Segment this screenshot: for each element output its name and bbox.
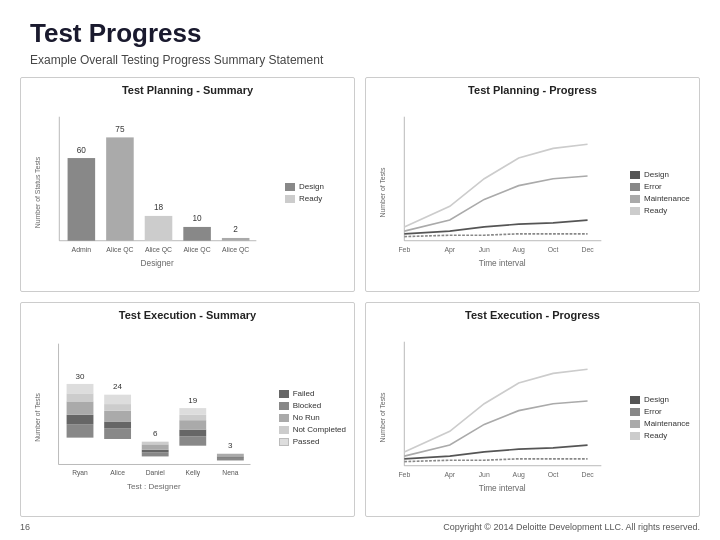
svg-text:Time interval: Time interval: [479, 259, 526, 268]
svg-rect-55: [179, 415, 206, 420]
legend-color-box: [630, 408, 640, 416]
legend-label: Ready: [644, 206, 667, 215]
legend-color-box: [279, 414, 289, 422]
svg-rect-47: [142, 450, 169, 453]
legend-item: Design: [630, 170, 691, 179]
svg-text:Daniel: Daniel: [146, 469, 166, 476]
svg-rect-46: [142, 452, 169, 456]
svg-rect-32: [67, 424, 94, 437]
chart-legend-top-left: Design Ready: [281, 100, 346, 285]
svg-rect-52: [179, 436, 206, 445]
legend-item: Design: [285, 182, 346, 191]
svg-rect-56: [179, 408, 206, 415]
legend-label: Maintenance: [644, 419, 690, 428]
svg-rect-43: [104, 395, 131, 404]
chart-legend-bottom-left: Failed Blocked No Run Not Completed Pass…: [275, 325, 346, 510]
line-chart-area-top-right: Number of Tests Feb Apr Jun: [374, 100, 622, 285]
legend-label: Not Completed: [293, 425, 346, 434]
charts-grid: Test Planning - Summary Number of Status…: [0, 77, 720, 527]
svg-text:Admin: Admin: [72, 246, 92, 253]
legend-item: Error: [630, 182, 691, 191]
svg-text:Oct: Oct: [548, 246, 559, 253]
legend-item: Ready: [285, 194, 346, 203]
chart-test-execution-summary: Test Execution - Summary Number of Tests…: [20, 302, 355, 517]
legend-color-box: [630, 171, 640, 179]
svg-text:Number of Status Tests: Number of Status Tests: [34, 156, 41, 228]
legend-color-box: [279, 402, 289, 410]
svg-rect-61: [217, 454, 244, 457]
bar-chart-area-bottom-left: Number of Tests 30 Ryan: [29, 325, 271, 510]
chart-test-planning-progress: Test Planning - Progress Number of Tests: [365, 77, 700, 292]
legend-label: Failed: [293, 389, 315, 398]
chart-legend-bottom-right: Design Error Maintenance Ready: [626, 325, 691, 510]
footer-copyright: Copyright © 2014 Deloitte Development LL…: [443, 522, 700, 532]
legend-item: Maintenance: [630, 194, 691, 203]
legend-label: Error: [644, 182, 662, 191]
svg-rect-60: [217, 456, 244, 457]
legend-label: Ready: [644, 431, 667, 440]
legend-label: Maintenance: [644, 194, 690, 203]
svg-rect-3: [68, 158, 96, 241]
footer-page-number: 16: [20, 522, 30, 532]
svg-text:10: 10: [192, 214, 202, 223]
svg-text:Ryan: Ryan: [72, 469, 88, 477]
page-subtitle: Example Overall Testing Progress Summary…: [0, 53, 720, 77]
legend-item: No Run: [279, 413, 346, 422]
chart-title-bottom-right: Test Execution - Progress: [374, 309, 691, 321]
legend-item: Design: [630, 395, 691, 404]
legend-label: Design: [299, 182, 324, 191]
svg-text:Apr: Apr: [444, 246, 455, 254]
svg-text:2: 2: [233, 225, 238, 234]
svg-text:Aug: Aug: [513, 471, 525, 479]
chart-body-bottom-right: Number of Tests Feb Apr Jun Aug: [374, 325, 691, 510]
legend-label: Design: [644, 170, 669, 179]
svg-rect-34: [67, 401, 94, 414]
svg-text:Number of Tests: Number of Tests: [34, 393, 41, 442]
page-footer: 16 Copyright © 2014 Deloitte Development…: [0, 522, 720, 532]
chart-test-execution-progress: Test Execution - Progress Number of Test…: [365, 302, 700, 517]
svg-text:Dec: Dec: [581, 471, 594, 478]
legend-label: Passed: [293, 437, 320, 446]
svg-text:60: 60: [77, 146, 87, 155]
svg-text:Apr: Apr: [444, 471, 455, 479]
legend-label: Design: [644, 395, 669, 404]
svg-rect-59: [217, 458, 244, 461]
legend-color-box: [279, 438, 289, 446]
chart-legend-top-right: Design Error Maintenance Ready: [626, 100, 691, 285]
svg-text:Time interval: Time interval: [479, 484, 526, 493]
svg-text:3: 3: [228, 441, 233, 450]
legend-label: Blocked: [293, 401, 321, 410]
svg-text:Kelly: Kelly: [186, 469, 201, 477]
svg-rect-39: [104, 428, 131, 439]
svg-rect-12: [183, 227, 211, 241]
svg-text:Alice QC: Alice QC: [106, 246, 133, 254]
svg-rect-49: [142, 442, 169, 445]
svg-text:19: 19: [188, 396, 197, 405]
chart-title-bottom-left: Test Execution - Summary: [29, 309, 346, 321]
chart-title-top-right: Test Planning - Progress: [374, 84, 691, 96]
svg-text:Alice: Alice: [110, 469, 125, 476]
svg-text:Feb: Feb: [398, 471, 410, 478]
svg-text:Number of Tests: Number of Tests: [379, 167, 386, 217]
legend-item: Passed: [279, 437, 346, 446]
svg-text:75: 75: [115, 125, 125, 134]
legend-item: Ready: [630, 431, 691, 440]
svg-rect-54: [179, 420, 206, 429]
legend-item: Not Completed: [279, 425, 346, 434]
svg-text:Alice QC: Alice QC: [145, 246, 172, 254]
svg-text:Alice QC: Alice QC: [184, 246, 211, 254]
svg-text:Nena: Nena: [222, 469, 238, 476]
chart-body-bottom-left: Number of Tests 30 Ryan: [29, 325, 346, 510]
chart-body-top-left: Number of Status Tests 60 Admin 75 Alice…: [29, 100, 346, 285]
legend-color-box: [285, 183, 295, 191]
svg-rect-6: [106, 137, 134, 240]
legend-color-box: [630, 207, 640, 215]
svg-text:Oct: Oct: [548, 471, 559, 478]
svg-text:Number of Tests: Number of Tests: [379, 392, 386, 442]
chart-body-top-right: Number of Tests Feb Apr Jun: [374, 100, 691, 285]
svg-text:Jun: Jun: [479, 246, 490, 253]
svg-rect-35: [67, 393, 94, 401]
svg-text:18: 18: [154, 203, 164, 212]
svg-rect-36: [67, 384, 94, 393]
svg-text:Designer: Designer: [141, 259, 174, 268]
